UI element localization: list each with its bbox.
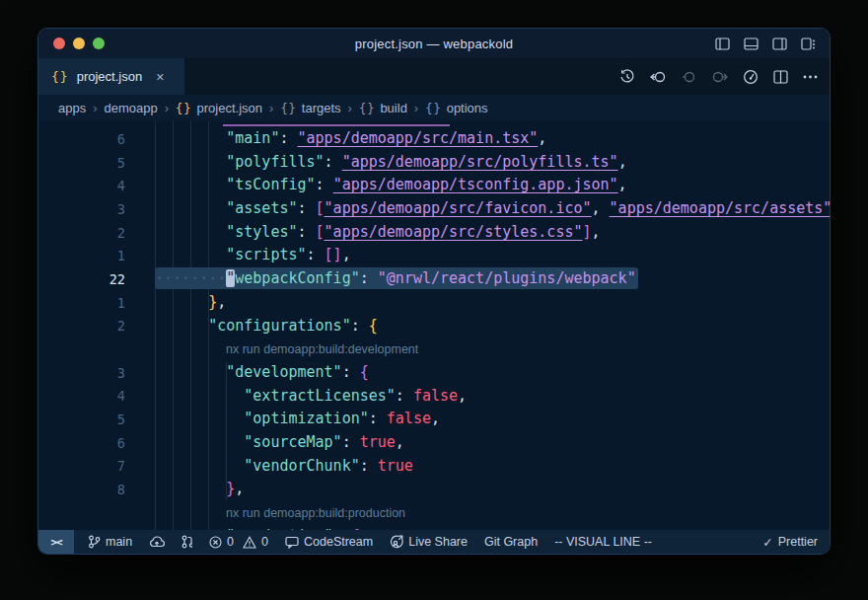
code-line[interactable]: 7 "vendorChunk": true [38,455,830,479]
publish-changes-button[interactable] [149,536,165,548]
file-link[interactable]: "apps/demoapp/src/assets" [610,199,830,217]
code-line[interactable]: 4 "tsConfig": "apps/demoapp/tsconfig.app… [38,174,830,197]
vscode-window: project.json — webpackold {} project.jso… [37,28,831,555]
file-link[interactable]: "apps/demoapp/src/main.tsx" [298,129,539,147]
zoom-window-button[interactable] [93,38,105,49]
breadcrumb-item-demoapp[interactable]: demoapp [105,101,158,115]
code-lines: 6 "main": "apps/demoapp/src/main.tsx",5 … [38,121,830,530]
line-number: 6 [38,435,155,451]
toggle-primary-sidebar-icon[interactable] [715,38,730,50]
warnings-icon [243,536,256,549]
minimize-window-button[interactable] [73,38,85,49]
json-file-icon: {} [176,102,191,115]
code-line[interactable]: "production": { [38,525,830,530]
file-link[interactable]: "apps/demoapp/src/polyfills.ts" [342,153,618,171]
toggle-secondary-sidebar-icon[interactable] [772,38,787,50]
tab-label: project.json [77,69,142,84]
json-file-icon: {} [51,69,69,84]
line-number: 8 [38,482,155,497]
git-pull-request-icon [181,535,192,549]
line-content: "extractLicenses": false, [155,385,830,409]
layout-controls [715,29,816,58]
split-editor-icon[interactable] [773,70,788,84]
line-number: 2 [38,225,155,241]
problems-status[interactable]: 0 0 [209,535,268,549]
code-line[interactable]: 6 "sourceMap": true, [38,431,830,455]
breadcrumb-item-apps[interactable]: apps [58,101,86,115]
editor[interactable]: 6 "main": "apps/demoapp/src/main.tsx",5 … [38,121,830,530]
code-line[interactable]: 22········"webpackConfig": "@nrwl/react/… [38,267,830,291]
tab-project-json[interactable]: {} project.json × [38,58,184,95]
prettier-status[interactable]: ✓ Prettier [762,535,818,550]
line-number: 2 [38,318,155,334]
file-link[interactable]: "apps/demoapp/src/favicon.ico" [325,199,592,217]
git-graph-status[interactable]: Git Graph [484,535,538,549]
line-content: "vendorChunk": true [155,455,830,479]
line-content: "scripts": [], [155,244,830,267]
breadcrumb-item-build[interactable]: {}build [359,101,407,115]
line-content: }, [155,291,830,315]
line-content: "polyfills": "apps/demoapp/src/polyfills… [155,151,830,175]
line-content: "styles": ["apps/demoapp/src/styles.css"… [155,221,830,245]
code-line[interactable]: 2 "configurations": { [38,315,830,338]
code-line[interactable]: 2 "styles": ["apps/demoapp/src/styles.cs… [38,221,830,245]
line-number: 7 [38,458,155,474]
window-controls [53,29,105,58]
breadcrumb-separator: › [348,101,352,115]
line-number: 4 [38,178,155,193]
line-content: "development": { [155,361,830,385]
breadcrumb-separator: › [414,101,418,115]
customize-layout-icon[interactable] [801,38,816,50]
code-line[interactable]: 5 "optimization": false, [38,408,830,431]
breadcrumb-separator: › [165,101,169,115]
codestream-status[interactable]: CodeStream [285,535,373,549]
line-content: ········"webpackConfig": "@nrwl/react/pl… [155,267,830,291]
breadcrumb-separator: › [269,101,273,115]
toggle-panel-icon[interactable] [744,38,759,50]
object-symbol-icon: {} [359,102,375,115]
block-cursor: " [226,269,235,287]
line-number: 5 [38,412,155,427]
gitlens-status-button[interactable] [181,535,192,549]
live-share-status[interactable]: Live Share [390,535,468,549]
code-line[interactable]: 8 }, [38,478,830,501]
selection-highlight: ········"webpackConfig": "@nrwl/react/pl… [155,267,638,289]
code-lens[interactable]: nx run demoapp:build:development [38,338,830,361]
tab-bar: {} project.json × [38,58,830,95]
breadcrumb-item-targets[interactable]: {}targets [280,101,340,115]
window-title: project.json — webpackold [38,37,830,51]
line-content: nx run demoapp:build:production [155,501,830,526]
code-line[interactable]: 6 "main": "apps/demoapp/src/main.tsx", [38,127,830,151]
code-line[interactable]: 1 }, [38,291,830,315]
code-line[interactable]: 1 "scripts": [], [38,244,830,267]
close-tab-icon[interactable]: × [156,69,164,85]
line-number: 6 [38,131,155,147]
titlebar: project.json — webpackold [38,29,830,58]
git-branch-status[interactable]: main [88,535,132,549]
breadcrumb-item-options[interactable]: {}options [425,101,487,115]
previous-change-disabled-icon [682,70,696,84]
code-line[interactable]: 4 "extractLicenses": false, [38,385,830,409]
code-line[interactable]: 3 "development": { [38,361,830,385]
code-line[interactable]: 3 "assets": ["apps/demoapp/src/favicon.i… [38,197,830,221]
breadcrumb-item-project-json[interactable]: {}project.json [176,101,262,115]
file-link[interactable]: "apps/demoapp/tsconfig.app.json" [333,176,618,193]
object-symbol-icon: {} [425,102,441,115]
code-line[interactable]: 5 "polyfills": "apps/demoapp/src/polyfil… [38,151,830,175]
desktop-background: project.json — webpackold {} project.jso… [0,0,868,600]
previous-change-icon[interactable] [650,70,667,84]
close-window-button[interactable] [53,38,65,49]
file-link[interactable]: "apps/demoapp/src/styles.css" [325,223,583,241]
more-actions-icon[interactable] [803,75,818,79]
code-lens[interactable]: nx run demoapp:build:production [38,501,830,525]
line-number: 1 [38,248,155,263]
timeline-history-icon[interactable] [619,69,635,85]
line-number: 1 [38,295,155,311]
vim-mode-indicator[interactable]: -- VISUAL LINE -- [554,535,652,549]
remote-indicator[interactable]: >< [38,530,74,554]
line-content: }, [155,478,830,501]
editor-actions [619,58,818,95]
run-build-icon[interactable] [743,69,759,85]
next-change-disabled-icon [711,70,728,84]
breadcrumb-separator: › [93,101,97,115]
